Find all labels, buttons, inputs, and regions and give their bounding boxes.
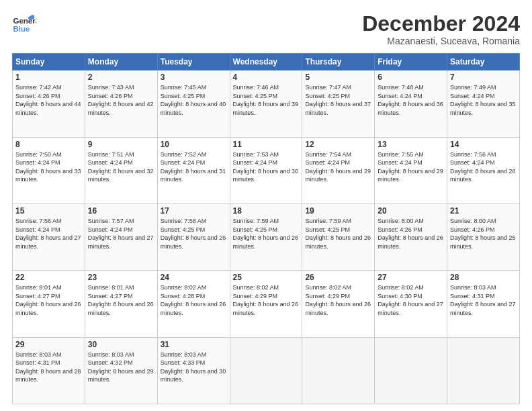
day-info: Sunrise: 8:03 AM Sunset: 4:32 PM Dayligh… (88, 351, 154, 384)
day-number: 22 (15, 273, 82, 282)
calendar-cell (375, 337, 447, 404)
day-number: 6 (378, 73, 444, 82)
col-tuesday: Tuesday (157, 54, 230, 71)
day-number: 30 (88, 340, 154, 349)
logo: General Blue (12, 12, 36, 36)
day-info: Sunrise: 8:03 AM Sunset: 4:33 PM Dayligh… (161, 351, 227, 384)
day-number: 3 (161, 73, 227, 82)
calendar-cell: 2Sunrise: 7:43 AM Sunset: 4:26 PM Daylig… (85, 71, 157, 137)
calendar-cell: 10Sunrise: 7:52 AM Sunset: 4:24 PM Dayli… (157, 137, 230, 203)
calendar-cell: 27Sunrise: 8:02 AM Sunset: 4:30 PM Dayli… (375, 271, 447, 337)
calendar-cell: 25Sunrise: 8:02 AM Sunset: 4:29 PM Dayli… (230, 271, 302, 337)
calendar-cell: 31Sunrise: 8:03 AM Sunset: 4:33 PM Dayli… (157, 337, 230, 404)
day-number: 18 (233, 206, 300, 216)
day-info: Sunrise: 7:43 AM Sunset: 4:26 PM Dayligh… (88, 83, 154, 117)
day-info: Sunrise: 7:45 AM Sunset: 4:25 PM Dayligh… (161, 83, 227, 117)
day-number: 17 (161, 206, 227, 216)
calendar-header: Sunday Monday Tuesday Wednesday Thursday… (13, 54, 520, 71)
day-info: Sunrise: 7:56 AM Sunset: 4:24 PM Dayligh… (450, 150, 517, 184)
calendar-cell: 3Sunrise: 7:45 AM Sunset: 4:25 PM Daylig… (157, 71, 230, 137)
day-info: Sunrise: 7:54 AM Sunset: 4:24 PM Dayligh… (305, 150, 371, 184)
day-number: 16 (88, 206, 154, 216)
day-info: Sunrise: 7:55 AM Sunset: 4:24 PM Dayligh… (378, 150, 444, 184)
day-info: Sunrise: 7:46 AM Sunset: 4:25 PM Dayligh… (233, 83, 300, 117)
svg-text:Blue: Blue (13, 25, 30, 33)
header: General Blue December 2024 Mazanaesti, S… (12, 12, 520, 46)
day-info: Sunrise: 8:01 AM Sunset: 4:27 PM Dayligh… (15, 283, 82, 317)
day-info: Sunrise: 7:47 AM Sunset: 4:25 PM Dayligh… (305, 83, 371, 117)
day-info: Sunrise: 7:53 AM Sunset: 4:24 PM Dayligh… (233, 150, 300, 184)
day-number: 12 (305, 140, 371, 149)
calendar-cell: 7Sunrise: 7:49 AM Sunset: 4:24 PM Daylig… (447, 71, 520, 137)
day-number: 8 (15, 140, 82, 149)
day-info: Sunrise: 8:02 AM Sunset: 4:29 PM Dayligh… (305, 283, 371, 317)
calendar-cell: 21Sunrise: 8:00 AM Sunset: 4:26 PM Dayli… (447, 203, 520, 270)
day-number: 27 (378, 273, 444, 282)
calendar-cell: 11Sunrise: 7:53 AM Sunset: 4:24 PM Dayli… (230, 137, 302, 203)
calendar-cell: 1Sunrise: 7:42 AM Sunset: 4:26 PM Daylig… (13, 71, 85, 137)
calendar-cell: 14Sunrise: 7:56 AM Sunset: 4:24 PM Dayli… (447, 137, 520, 203)
day-info: Sunrise: 8:00 AM Sunset: 4:26 PM Dayligh… (378, 217, 444, 250)
page: General Blue December 2024 Mazanaesti, S… (0, 0, 532, 411)
day-info: Sunrise: 7:42 AM Sunset: 4:26 PM Dayligh… (15, 83, 82, 117)
logo-icon: General Blue (12, 12, 36, 36)
calendar-cell: 13Sunrise: 7:55 AM Sunset: 4:24 PM Dayli… (375, 137, 447, 203)
subtitle: Mazanaesti, Suceava, Romania (362, 36, 520, 46)
day-number: 14 (450, 140, 517, 149)
day-number: 21 (450, 206, 517, 216)
calendar-cell: 17Sunrise: 7:58 AM Sunset: 4:25 PM Dayli… (157, 203, 230, 270)
calendar-cell: 23Sunrise: 8:01 AM Sunset: 4:27 PM Dayli… (85, 271, 157, 337)
day-info: Sunrise: 8:02 AM Sunset: 4:29 PM Dayligh… (233, 283, 300, 317)
col-friday: Friday (375, 54, 447, 71)
calendar-table: Sunday Monday Tuesday Wednesday Thursday… (12, 53, 520, 404)
calendar-cell: 15Sunrise: 7:56 AM Sunset: 4:24 PM Dayli… (13, 203, 85, 270)
calendar-cell: 20Sunrise: 8:00 AM Sunset: 4:26 PM Dayli… (375, 203, 447, 270)
day-info: Sunrise: 8:02 AM Sunset: 4:30 PM Dayligh… (378, 283, 444, 317)
header-row: Sunday Monday Tuesday Wednesday Thursday… (13, 54, 520, 71)
col-monday: Monday (85, 54, 157, 71)
calendar-cell: 5Sunrise: 7:47 AM Sunset: 4:25 PM Daylig… (302, 71, 375, 137)
col-thursday: Thursday (302, 54, 375, 71)
day-info: Sunrise: 7:50 AM Sunset: 4:24 PM Dayligh… (15, 150, 82, 184)
day-number: 7 (450, 73, 517, 82)
calendar-cell: 22Sunrise: 8:01 AM Sunset: 4:27 PM Dayli… (13, 271, 85, 337)
calendar-week-row: 1Sunrise: 7:42 AM Sunset: 4:26 PM Daylig… (13, 71, 520, 137)
day-number: 31 (161, 340, 227, 349)
day-info: Sunrise: 7:52 AM Sunset: 4:24 PM Dayligh… (161, 150, 227, 184)
calendar-week-row: 29Sunrise: 8:03 AM Sunset: 4:31 PM Dayli… (13, 337, 520, 404)
day-number: 9 (88, 140, 154, 149)
day-info: Sunrise: 8:03 AM Sunset: 4:31 PM Dayligh… (15, 351, 82, 384)
day-info: Sunrise: 7:51 AM Sunset: 4:24 PM Dayligh… (88, 150, 154, 184)
calendar-week-row: 8Sunrise: 7:50 AM Sunset: 4:24 PM Daylig… (13, 137, 520, 203)
day-number: 2 (88, 73, 154, 82)
col-wednesday: Wednesday (230, 54, 302, 71)
calendar-cell: 28Sunrise: 8:03 AM Sunset: 4:31 PM Dayli… (447, 271, 520, 337)
day-info: Sunrise: 8:03 AM Sunset: 4:31 PM Dayligh… (450, 283, 517, 317)
day-info: Sunrise: 7:57 AM Sunset: 4:24 PM Dayligh… (88, 217, 154, 250)
calendar-week-row: 15Sunrise: 7:56 AM Sunset: 4:24 PM Dayli… (13, 203, 520, 270)
day-number: 28 (450, 273, 517, 282)
day-number: 1 (15, 73, 82, 82)
day-info: Sunrise: 8:02 AM Sunset: 4:28 PM Dayligh… (161, 283, 227, 317)
day-number: 26 (305, 273, 371, 282)
calendar-cell (302, 337, 375, 404)
day-info: Sunrise: 8:00 AM Sunset: 4:26 PM Dayligh… (450, 217, 517, 250)
calendar-week-row: 22Sunrise: 8:01 AM Sunset: 4:27 PM Dayli… (13, 271, 520, 337)
calendar-cell: 26Sunrise: 8:02 AM Sunset: 4:29 PM Dayli… (302, 271, 375, 337)
day-info: Sunrise: 7:49 AM Sunset: 4:24 PM Dayligh… (450, 83, 517, 117)
calendar-cell: 19Sunrise: 7:59 AM Sunset: 4:25 PM Dayli… (302, 203, 375, 270)
calendar-cell (230, 337, 302, 404)
day-number: 11 (233, 140, 300, 149)
calendar-cell: 12Sunrise: 7:54 AM Sunset: 4:24 PM Dayli… (302, 137, 375, 203)
day-number: 25 (233, 273, 300, 282)
calendar-cell: 6Sunrise: 7:48 AM Sunset: 4:24 PM Daylig… (375, 71, 447, 137)
day-number: 15 (15, 206, 82, 216)
day-number: 20 (378, 206, 444, 216)
calendar-cell: 24Sunrise: 8:02 AM Sunset: 4:28 PM Dayli… (157, 271, 230, 337)
calendar-cell: 8Sunrise: 7:50 AM Sunset: 4:24 PM Daylig… (13, 137, 85, 203)
calendar-cell: 30Sunrise: 8:03 AM Sunset: 4:32 PM Dayli… (85, 337, 157, 404)
day-number: 4 (233, 73, 300, 82)
day-info: Sunrise: 8:01 AM Sunset: 4:27 PM Dayligh… (88, 283, 154, 317)
calendar-cell: 9Sunrise: 7:51 AM Sunset: 4:24 PM Daylig… (85, 137, 157, 203)
day-info: Sunrise: 7:59 AM Sunset: 4:25 PM Dayligh… (233, 217, 300, 250)
